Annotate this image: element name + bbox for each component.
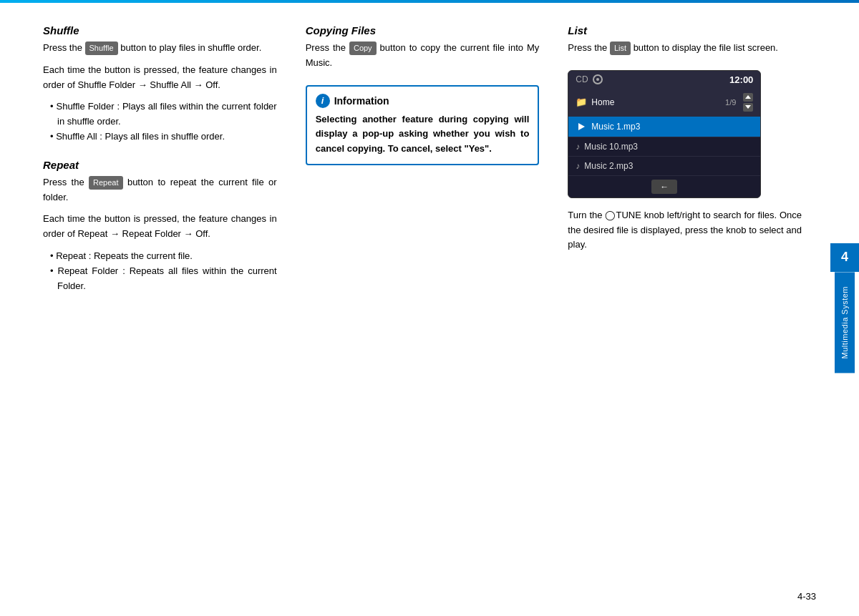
- shuffle-press-text: Press the: [43, 42, 85, 53]
- shuffle-section: Shuffle Press the Shuffle button to play…: [43, 24, 277, 145]
- copying-intro-para: Press the Copy button to copy the curren…: [306, 41, 540, 71]
- music-note-icon-2: ♪: [576, 161, 580, 171]
- copy-button-label: Copy: [349, 41, 377, 56]
- repeat-intro-para: Press the Repeat button to repeat the cu…: [43, 175, 277, 205]
- column-shuffle-repeat: Shuffle Press the Shuffle button to play…: [43, 24, 291, 308]
- list-button-label: List: [610, 41, 631, 56]
- shuffle-rest-text: button to play files in shuffle order.: [120, 42, 261, 53]
- shuffle-bullets: Shuffle Folder : Plays all files within …: [50, 99, 277, 144]
- screen-track-num: 1/9: [725, 98, 736, 107]
- copying-section: Copying Files Press the Copy button to c…: [306, 24, 540, 71]
- page-number: 4-33: [797, 591, 816, 602]
- right-sidebar: 4 Multimedia System: [830, 0, 859, 616]
- play-icon-active: [576, 121, 587, 132]
- screen-row-music10: ♪ Music 10.mp3: [568, 137, 760, 157]
- sidebar-label: Multimedia System: [835, 272, 855, 373]
- repeat-press-text: Press the: [43, 177, 89, 187]
- screen-home-label: Home: [591, 97, 721, 107]
- repeat-button-label: Repeat: [89, 176, 122, 190]
- tune-description: Turn the ◯TUNE knob left/right to search…: [568, 208, 802, 253]
- column-copying: Copying Files Press the Copy button to c…: [291, 24, 554, 308]
- shuffle-bullet-1: Shuffle Folder : Plays all files within …: [50, 99, 277, 129]
- list-title: List: [568, 24, 802, 36]
- list-rest-text: button to display the file list screen.: [634, 42, 778, 53]
- copying-title: Copying Files: [306, 24, 540, 36]
- screen-music10-name: Music 10.mp3: [584, 142, 753, 152]
- screen-home-row: 📁 Home 1/9: [568, 89, 760, 117]
- screen-header: CD 12:00: [568, 71, 760, 89]
- list-intro-para: Press the List button to display the fil…: [568, 41, 802, 56]
- info-title: Information: [334, 95, 389, 107]
- list-section: List Press the List button to display th…: [568, 24, 802, 56]
- shuffle-bullet-2: Shuffle All : Plays all files in shuffle…: [50, 129, 277, 145]
- screen-music2-name: Music 2.mp3: [584, 161, 753, 171]
- repeat-para2: Each time the button is pressed, the fea…: [43, 212, 277, 242]
- screen-cd-label: CD: [576, 74, 588, 84]
- main-content: Shuffle Press the Shuffle button to play…: [0, 3, 859, 336]
- shuffle-title: Shuffle: [43, 24, 277, 36]
- info-header: i Information: [316, 94, 530, 108]
- information-box: i Information Selecting another feature …: [306, 85, 540, 165]
- screen-dot-icon: [593, 74, 603, 84]
- screen-mockup: CD 12:00 📁 Home 1/9: [568, 70, 761, 198]
- screen-back-button[interactable]: ←: [651, 180, 677, 194]
- list-press-text: Press the: [568, 42, 610, 53]
- repeat-bullets: Repeat : Repeats the current file. Repea…: [50, 249, 277, 293]
- shuffle-button-label: Shuffle: [85, 41, 118, 56]
- screen-time: 12:00: [729, 74, 753, 85]
- shuffle-intro-para: Press the Shuffle button to play files i…: [43, 41, 277, 56]
- repeat-section: Repeat Press the Repeat button to repeat…: [43, 159, 277, 294]
- screen-row-music1: Music 1.mp3: [568, 117, 760, 137]
- repeat-title: Repeat: [43, 159, 277, 171]
- info-body: Selecting another feature during copying…: [316, 112, 530, 157]
- screen-music1-name: Music 1.mp3: [591, 122, 753, 132]
- folder-icon: 📁: [576, 97, 587, 107]
- screen-header-left: CD: [576, 74, 602, 84]
- sidebar-number: 4: [830, 243, 859, 272]
- screen-row-music2: ♪ Music 2.mp3: [568, 157, 760, 176]
- screen-footer: ←: [568, 176, 760, 197]
- info-icon: i: [316, 94, 330, 108]
- shuffle-para2: Each time the button is pressed, the fea…: [43, 63, 277, 93]
- column-list: List Press the List button to display th…: [553, 24, 816, 308]
- repeat-bullet-2: Repeat Folder : Repeats all files within…: [50, 264, 277, 294]
- music-note-icon-1: ♪: [576, 142, 580, 152]
- copying-press-text: Press the: [306, 42, 349, 53]
- repeat-bullet-1: Repeat : Repeats the current file.: [50, 249, 277, 264]
